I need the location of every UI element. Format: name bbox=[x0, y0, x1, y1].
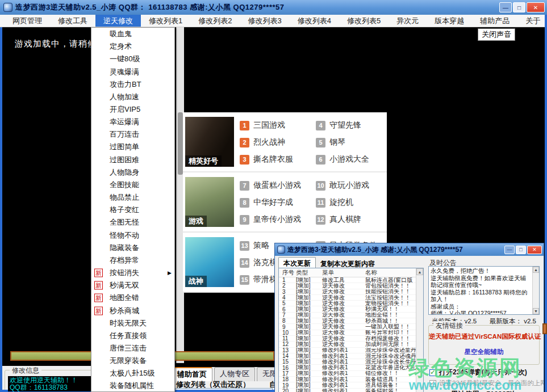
game-link[interactable]: 3 撕名牌衣服 bbox=[240, 154, 316, 165]
dropdown-item[interactable]: 隐藏装备 bbox=[91, 242, 174, 254]
table-row[interactable]: 8 [增加] 逆天修改 秒杀商城！！ bbox=[279, 318, 423, 324]
table-row[interactable]: 19 [增加] 修改列表1 道具错装备！ bbox=[279, 382, 423, 388]
maximize-button[interactable]: □ bbox=[513, 2, 525, 12]
checkbox[interactable] bbox=[429, 380, 436, 387]
menu-item[interactable]: 逆天修改 bbox=[95, 15, 141, 27]
menu-item[interactable]: 关于 bbox=[517, 15, 547, 27]
table-row[interactable]: 2 [增加] 逆天修改 背包按钮消失！！ bbox=[279, 283, 423, 289]
minimize-button[interactable]: — bbox=[499, 2, 512, 12]
dropdown-item[interactable]: 存档异常 bbox=[91, 254, 174, 267]
table-row[interactable]: 5 [增加] 逆天修改 宠物按钮消失！！ bbox=[279, 301, 423, 306]
table-row[interactable]: 1 [增加] 修改工具 鼠标连点器(窗口版 bbox=[279, 277, 423, 283]
dropdown-item[interactable]: 格子变红 bbox=[91, 204, 174, 216]
table-row[interactable]: 18 [增加] 修改列表1 装备错道具！ bbox=[279, 377, 423, 382]
table-row[interactable]: 7 [增加] 逆天修改 地图全错！！ bbox=[279, 313, 423, 318]
table-row[interactable]: 3 [增加] 逆天修改 技能按钮消失！！ bbox=[279, 289, 423, 295]
rank-badge: 3 bbox=[240, 155, 249, 165]
scroll-down-icon[interactable]: ▼ bbox=[533, 308, 539, 314]
dropdown-item[interactable]: 灵魂爆满 bbox=[91, 65, 174, 78]
dropdown-item[interactable]: 时装无限天 bbox=[91, 317, 174, 330]
game-link[interactable]: 9 皇帝传小游戏 bbox=[240, 214, 316, 225]
table-row[interactable]: 15 [增加] 修改列表1 混元珍珠伞改长生丹 bbox=[279, 359, 423, 365]
dropdown-item[interactable]: 全图技能 bbox=[91, 179, 174, 191]
table-row[interactable]: 4 [增加] 逆天修改 法宝按钮消失！！ bbox=[279, 295, 423, 301]
dropdown-item[interactable]: 开启VIP5 bbox=[91, 103, 174, 116]
game-link[interactable]: 1 三国游戏 bbox=[240, 120, 316, 130]
game-thumbnail[interactable]: 游戏 bbox=[185, 177, 234, 227]
dropdown-item[interactable]: 攻击力BT bbox=[91, 78, 174, 91]
menu-item[interactable]: 修改列表3 bbox=[240, 15, 289, 27]
dropdown-item[interactable]: 新 秒满无双 bbox=[91, 279, 174, 292]
game-link[interactable]: 8 中华好字成 bbox=[240, 197, 316, 208]
table-row[interactable]: 6 [增加] 逆天修改 秒满无双！！ bbox=[279, 306, 423, 312]
table-row[interactable]: 9 [增加] 逆天修改 一键加入联盟！！ bbox=[279, 324, 423, 330]
option-checkbox-row[interactable]: 设置2345导航[最安全、最全面的上网导航] bbox=[429, 379, 544, 387]
dropdown-item[interactable]: 幸运爆满 bbox=[91, 116, 174, 128]
announcement-scrollbar[interactable]: ▲ ▼ bbox=[532, 267, 539, 314]
app-window: 造梦西游3逆天辅助v2.5_小涛 QQ群： 161138783 感谢:乂小黑 Q… bbox=[0, 0, 547, 392]
menu-item[interactable]: 修改工具 bbox=[50, 15, 95, 27]
dropdown-item[interactable]: 过图困难 bbox=[91, 154, 174, 166]
table-row[interactable]: 20 [增加] 修改列表1 装备错时装！ bbox=[279, 389, 423, 392]
dropdown-item[interactable]: 定身术 bbox=[91, 40, 174, 53]
game-thumbnail[interactable]: 精英好号 bbox=[185, 117, 234, 167]
dropdown-item[interactable]: 人物隐身 bbox=[91, 166, 174, 179]
game-link[interactable]: 7 做蛋糕小游戏 bbox=[240, 180, 316, 191]
game-link[interactable]: 11 旋挖机 bbox=[316, 197, 385, 208]
dropdown-item[interactable]: 太极八卦15级 bbox=[91, 367, 174, 380]
table-row[interactable]: 10 [增加] 逆天修改 账号异常封印！！ bbox=[279, 330, 423, 336]
dropdown-item[interactable]: 物品禁止 bbox=[91, 191, 174, 204]
table-row[interactable]: 13 [增加] 修改列表1 混元珍珠伞改还童丹 bbox=[279, 348, 423, 353]
dropdown-item[interactable]: 任务直接领 bbox=[91, 330, 174, 342]
dropdown-item[interactable]: 新 秒杀商城 bbox=[91, 304, 174, 317]
dropdown-item[interactable]: 唐僧三连击 bbox=[91, 342, 174, 355]
scrollbar-thumb[interactable] bbox=[178, 112, 183, 175]
scroll-up-icon[interactable]: ▲ bbox=[533, 267, 539, 273]
dropdown-item[interactable]: 人物加速 bbox=[91, 91, 174, 103]
table-row[interactable]: 17 [增加] 修改列表1 错位修改！！ bbox=[279, 371, 423, 377]
dialog-close-button[interactable]: ✕ bbox=[527, 246, 542, 254]
menu-item[interactable]: 异次元 bbox=[389, 15, 427, 27]
dropdown-item-label: 按钮消失 bbox=[110, 268, 139, 278]
menu-item[interactable]: 修改列表4 bbox=[290, 15, 339, 27]
table-row[interactable]: 12 [增加] 逆天修改 加成时间无限！！ bbox=[279, 342, 423, 347]
game-link[interactable]: 4 守望先锋 bbox=[316, 120, 385, 130]
table-row[interactable]: 11 [增加] 逆天修改 存档报废修改！！ bbox=[279, 336, 423, 342]
scroll-up-icon[interactable]: ▲ bbox=[416, 268, 423, 275]
checkbox[interactable] bbox=[429, 369, 436, 376]
table-row[interactable]: 16 [增加] 修改列表1 花篮改年兽进化大礼 bbox=[279, 365, 423, 370]
game-link[interactable]: 2 烈火战神 bbox=[240, 137, 316, 147]
dropdown-item[interactable]: 怪物不动 bbox=[91, 229, 174, 242]
menu-item[interactable]: 修改列表1 bbox=[141, 15, 190, 27]
menu-item[interactable]: 版本穿越 bbox=[427, 15, 472, 27]
dialog-maximize-button[interactable]: □ bbox=[516, 246, 526, 254]
menu-item[interactable]: 辅助产品 bbox=[472, 15, 517, 27]
mute-sound-button[interactable]: 关闭声音 bbox=[478, 28, 515, 41]
game-link[interactable]: 10 敢玩小游戏 bbox=[316, 180, 385, 191]
option-checkbox-row[interactable]: 打开2345弹窗(每天只弹一次) bbox=[429, 368, 527, 377]
table-scrollbar[interactable]: ▲ bbox=[416, 268, 423, 392]
dropdown-item-label: 太极八卦15级 bbox=[110, 368, 155, 378]
game-link[interactable]: 6 小游戏大全 bbox=[316, 154, 385, 165]
dropdown-item[interactable]: 一键80级 bbox=[91, 53, 174, 65]
dialog-minimize-button[interactable]: — bbox=[504, 246, 515, 254]
close-button[interactable]: ✕ bbox=[527, 2, 545, 12]
dropdown-item[interactable]: 新 地图全错 bbox=[91, 292, 174, 304]
menu-item[interactable]: 网页管理 bbox=[5, 15, 50, 27]
game-link[interactable]: 5 钢琴 bbox=[316, 137, 385, 147]
dropdown-item[interactable]: 全图无怪 bbox=[91, 216, 174, 229]
game-link[interactable]: 12 真人棋牌 bbox=[316, 214, 385, 225]
menu-item[interactable]: 修改列表5 bbox=[339, 15, 389, 27]
table-row[interactable]: 14 [增加] 修改列表1 混元珍珠伞改还魂丹 bbox=[279, 353, 423, 359]
dropdown-item[interactable]: 装备随机属性 bbox=[91, 380, 174, 392]
dropdown-item[interactable]: 新 按钮消失 ▶ bbox=[91, 267, 174, 279]
dropdown-item[interactable]: 百万连击 bbox=[91, 128, 174, 141]
cell-index: 6 bbox=[279, 306, 296, 312]
menu-item[interactable]: 修改列表2 bbox=[190, 15, 240, 27]
game-thumbnail[interactable]: 战神 bbox=[185, 237, 234, 287]
dropdown-item[interactable]: 过图简单 bbox=[91, 141, 174, 153]
partner-link[interactable]: 星空全能辅助 bbox=[429, 348, 539, 356]
dropdown-item[interactable]: 吸血鬼 bbox=[91, 28, 174, 40]
dropdown-item[interactable]: 无限穿装备 bbox=[91, 355, 174, 367]
modify-info-label: 修改信息 bbox=[10, 366, 41, 376]
